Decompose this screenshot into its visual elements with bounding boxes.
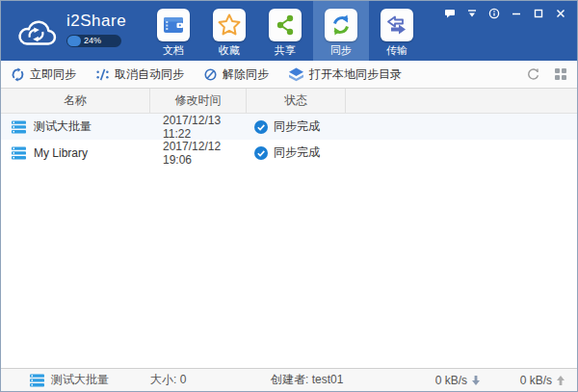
item-creator: 创建者: test01 (271, 369, 343, 391)
tab-documents[interactable]: 文档 (145, 1, 201, 61)
window-controls (443, 7, 567, 20)
unsync-label: 解除同步 (223, 66, 269, 83)
unsync-icon (203, 67, 218, 82)
column-header-name[interactable]: 名称 (1, 89, 150, 113)
tab-documents-label: 文档 (163, 43, 184, 58)
download-speed-value: 0 kB/s (435, 374, 467, 387)
status-cell: 同步完成 (247, 144, 346, 161)
tab-sync[interactable]: 同步 (313, 1, 369, 61)
cancel-auto-sync-button[interactable]: 取消自动同步 (95, 66, 184, 83)
transfer-icon (381, 9, 413, 41)
row-name: My Library (34, 146, 88, 160)
progress-percent: 24% (84, 36, 101, 45)
cloud-sync-logo-icon (14, 13, 59, 50)
table-header: 名称 修改时间 状态 (1, 89, 577, 114)
tab-share-label: 共享 (275, 43, 296, 58)
message-icon[interactable] (443, 7, 457, 20)
sync-icon (325, 9, 357, 41)
progress-fill (67, 36, 81, 46)
check-circle-icon (254, 120, 268, 134)
library-icon (12, 146, 26, 160)
upload-speed-value: 0 kB/s (520, 374, 552, 387)
open-local-sync-dir-button[interactable]: 打开本地同步目录 (288, 66, 402, 83)
sync-action-toolbar: 立即同步 取消自动同步 解除同步 打开本地同步目录 (1, 61, 577, 89)
status-cell: 同步完成 (247, 118, 346, 135)
open-local-sync-dir-label: 打开本地同步目录 (309, 66, 402, 83)
unsync-button[interactable]: 解除同步 (203, 66, 269, 83)
modified-cell: 2017/12/13 11:22 (150, 114, 247, 141)
minimize-icon[interactable] (510, 7, 523, 20)
status-bar: 测试大批量 大小: 0 创建者: test01 0 kB/s 0 kB/s (1, 368, 577, 391)
cancel-auto-sync-label: 取消自动同步 (115, 66, 184, 83)
library-icon (30, 374, 44, 387)
main-nav-tabs: 文档 收藏 (145, 1, 425, 61)
title-bar: i2Share 24% (1, 1, 577, 61)
sync-now-button[interactable]: 立即同步 (11, 66, 76, 83)
skin-dropdown-icon[interactable] (465, 7, 479, 20)
about-icon[interactable] (487, 7, 501, 20)
column-header-empty (346, 89, 577, 113)
row-name: 测试大批量 (34, 118, 92, 135)
cancel-auto-sync-icon (95, 67, 110, 82)
name-cell: My Library (1, 146, 150, 160)
selected-item-name: 测试大批量 (51, 372, 109, 388)
download-arrow-icon (471, 375, 481, 386)
sync-now-icon (11, 67, 25, 82)
row-status: 同步完成 (274, 118, 320, 135)
selected-item-info: 测试大批量 (30, 369, 109, 391)
close-icon[interactable] (554, 7, 567, 20)
maximize-icon[interactable] (532, 7, 545, 20)
sync-now-label: 立即同步 (30, 66, 76, 83)
documents-wallet-icon (157, 9, 190, 41)
tab-transfer-label: 传输 (386, 43, 407, 58)
open-local-sync-dir-icon (288, 67, 304, 82)
upload-arrow-icon (556, 375, 565, 386)
share-icon (269, 9, 302, 41)
app-title: i2Share (66, 12, 126, 31)
download-speed: 0 kB/s (435, 369, 481, 391)
column-header-modified[interactable]: 修改时间 (150, 89, 247, 113)
star-icon (213, 9, 246, 41)
tab-share[interactable]: 共享 (257, 1, 313, 61)
tab-favorites[interactable]: 收藏 (201, 1, 257, 61)
tab-sync-label: 同步 (330, 43, 352, 58)
tab-transfer[interactable]: 传输 (369, 1, 425, 61)
column-header-status[interactable]: 状态 (247, 89, 346, 113)
modified-cell: 2017/12/12 19:06 (150, 140, 247, 167)
table-row[interactable]: My Library 2017/12/12 19:06 同步完成 (1, 140, 577, 166)
tab-favorites-label: 收藏 (219, 43, 240, 58)
refresh-icon[interactable] (526, 67, 540, 82)
upload-speed: 0 kB/s (520, 369, 565, 391)
name-cell: 测试大批量 (1, 118, 150, 135)
row-status: 同步完成 (274, 144, 320, 161)
app-window: i2Share 24% (0, 0, 578, 392)
item-size: 大小: 0 (150, 369, 186, 391)
grid-view-icon[interactable] (554, 67, 567, 81)
table-row[interactable]: 测试大批量 2017/12/13 11:22 同步完成 (1, 114, 577, 140)
storage-progress-bar: 24% (66, 35, 121, 47)
app-logo: i2Share 24% (14, 12, 126, 50)
check-circle-icon (254, 146, 268, 160)
library-icon (12, 120, 26, 134)
file-list-empty-area (1, 166, 577, 368)
